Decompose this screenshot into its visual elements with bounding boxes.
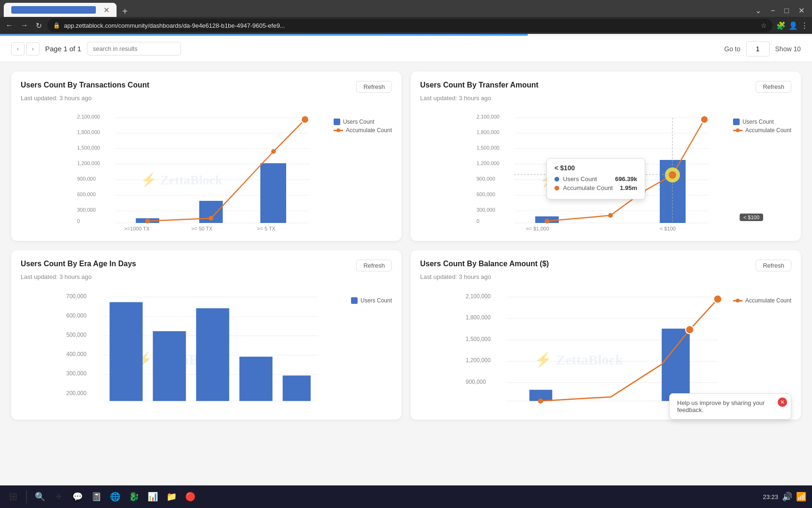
bar-bal2	[662, 329, 690, 401]
legend-orange-line-icon4	[733, 300, 742, 302]
telegram-icon[interactable]: ✈	[51, 489, 66, 504]
goto-page-input[interactable]	[746, 41, 770, 56]
card4-legend: Accumulate Count	[733, 297, 791, 304]
extensions-icon[interactable]: 🧩	[776, 21, 786, 30]
line-ep4b	[714, 295, 722, 303]
taskbar-app3[interactable]: 📁	[164, 489, 179, 504]
legend-orange-dot-icon2	[736, 128, 740, 132]
x-label: >= 5 TX	[257, 226, 276, 231]
pagination-arrows: ‹ ›	[11, 42, 39, 56]
profile-icon[interactable]: 👤	[789, 21, 798, 30]
card4-subtitle: Last updated: 3 hours ago	[420, 273, 791, 280]
chart-card-transfer: Users Count By Transfer Amount Refresh L…	[411, 71, 801, 241]
y-label: 500,000	[66, 332, 86, 338]
close-window-button[interactable]: ✕	[795, 6, 808, 15]
tooltip-blue-dot	[554, 177, 559, 182]
tooltip-acc-label: Accumulate Count	[563, 184, 616, 191]
card4-chart: ⚡ ZettaBlock 2,100,000 1,800,000 1,500,0…	[420, 288, 791, 410]
page-of-label: Page 1 of 1	[45, 45, 81, 53]
card2-refresh-button[interactable]: Refresh	[756, 81, 791, 93]
bar-label-100: < $100	[740, 214, 763, 221]
card4-title: Users Count By Balance Amount ($)	[420, 260, 549, 268]
legend-accumulate-label: Accumulate Count	[346, 127, 392, 134]
tooltip-users-value: 696.39k	[615, 175, 637, 183]
taskbar-right: 23:23 🔊 📶	[763, 492, 806, 502]
legend-users-label: Users Count	[343, 119, 375, 125]
y-label: 2,100,000	[476, 114, 500, 119]
reload-button[interactable]: ↻	[34, 19, 44, 32]
taskbar: ⊞ 🔍 ✈ 💬 📓 🌐 🐉 📊 📁 🔴 23:23 🔊 📶	[0, 485, 812, 508]
chart-card-balance: Users Count By Balance Amount ($) Refres…	[411, 250, 801, 420]
new-tab-button[interactable]: +	[118, 6, 132, 17]
address-bar: ← → ↻ 🔒 app.zettablock.com/community/das…	[0, 17, 812, 34]
y-label: 2,100,000	[466, 293, 491, 300]
y-label: 300,000	[66, 370, 86, 377]
search-input[interactable]	[87, 42, 181, 56]
taskbar-app2[interactable]: 📊	[145, 489, 160, 504]
feedback-close-button[interactable]: ✕	[778, 397, 787, 407]
page-header-right: Go to Show 10	[724, 41, 801, 56]
dashboard-grid: Users Count By Transactions Count Refres…	[11, 71, 801, 420]
legend-users-count: Users Count	[334, 119, 392, 125]
bookmark-icon[interactable]: ☆	[761, 22, 767, 29]
bar-era5	[283, 375, 311, 401]
goto-label: Go to	[724, 45, 740, 53]
y-label: 900,000	[466, 379, 486, 385]
line-pt4	[538, 398, 543, 404]
legend-blue-icon2	[733, 119, 740, 125]
taskbar-app4[interactable]: 🔴	[183, 489, 198, 504]
forward-button[interactable]: →	[19, 19, 30, 32]
y-label: 600,000	[476, 191, 495, 197]
tooltip-acc-value: 1.95m	[620, 184, 637, 191]
back-button[interactable]: ←	[4, 19, 15, 32]
legend-blue-icon	[334, 119, 340, 125]
x-label: < $100	[660, 226, 676, 231]
bar-era4	[239, 357, 272, 401]
y-label: 200,000	[66, 390, 86, 397]
tab-close-button[interactable]: ✕	[103, 6, 109, 15]
onenote-icon[interactable]: 📓	[89, 489, 104, 504]
bar-era1	[109, 302, 142, 401]
taskbar-time: 23:23	[763, 493, 778, 500]
y-label: 700,000	[66, 293, 86, 300]
y-label: 600,000	[66, 312, 86, 319]
taskbar-separator	[26, 490, 27, 503]
legend-accumulate-label4: Accumulate Count	[745, 297, 791, 304]
card3-subtitle: Last updated: 3 hours ago	[21, 273, 392, 280]
card4-refresh-button[interactable]: Refresh	[756, 260, 791, 271]
maximize-button[interactable]: □	[781, 7, 793, 15]
card1-refresh-button[interactable]: Refresh	[356, 81, 392, 93]
y-label: 1,500,000	[466, 336, 491, 342]
watermark4: ⚡ ZettaBlock	[534, 351, 623, 368]
wechat-icon[interactable]: 💬	[70, 489, 85, 504]
y-label: 1,200,000	[476, 160, 500, 166]
x-label: >= 50 TX	[191, 226, 213, 231]
main-content: Users Count By Transactions Count Refres…	[0, 62, 812, 508]
prev-page-button[interactable]: ‹	[11, 42, 24, 56]
card1-title: Users Count By Transactions Count	[21, 81, 149, 89]
tab-list-icon[interactable]: ⌄	[751, 6, 765, 15]
legend-users-label2: Users Count	[742, 119, 774, 125]
chrome-icon[interactable]: 🌐	[108, 489, 123, 504]
line-point	[271, 149, 276, 154]
y-label: 400,000	[66, 351, 86, 357]
x-label: >=1000 TX	[124, 226, 150, 231]
menu-icon[interactable]: ⋮	[801, 21, 808, 30]
line-point	[209, 216, 213, 221]
y-label: 300,000	[77, 207, 96, 213]
url-bar[interactable]: 🔒 app.zettablock.com/community/dashboard…	[47, 19, 773, 32]
minimize-button[interactable]: −	[767, 7, 779, 15]
line-pt	[608, 213, 613, 218]
card3-refresh-button[interactable]: Refresh	[356, 260, 392, 271]
accumulate-line4	[540, 299, 718, 401]
card3-header: Users Count By Era Age In Days Refresh	[21, 260, 392, 271]
start-button[interactable]: ⊞	[6, 489, 21, 504]
next-page-button[interactable]: ›	[26, 42, 39, 56]
tooltip-users-label: Users Count	[563, 175, 611, 183]
taskbar-app1[interactable]: 🐉	[126, 489, 141, 504]
url-text: app.zettablock.com/community/dashboards/…	[64, 22, 757, 29]
y-label: 1,200,000	[77, 160, 100, 166]
search-taskbar-button[interactable]: 🔍	[32, 489, 47, 504]
active-tab[interactable]: Era User Ranking ✕	[4, 3, 117, 17]
y-label: 0	[77, 218, 80, 224]
